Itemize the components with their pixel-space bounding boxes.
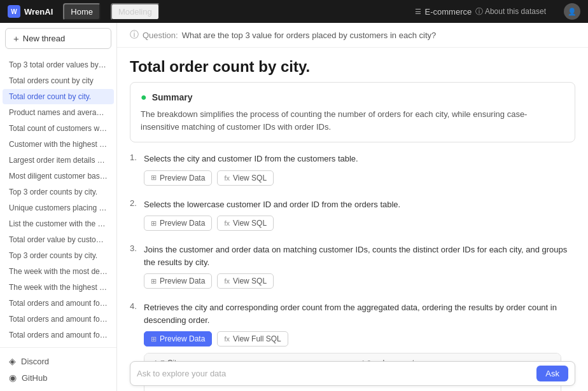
step-text-2: Selects the lowercase customer ID and or… xyxy=(144,198,400,211)
step-number-3: 3. xyxy=(130,244,140,253)
step-header-4: 4.Retrieves the city and corresponding o… xyxy=(130,301,575,326)
ask-input[interactable] xyxy=(137,369,531,378)
step-2-btn-0[interactable]: ⊞Preview Data xyxy=(144,216,212,231)
check-icon: ● xyxy=(141,92,147,103)
sidebar-item-3[interactable]: Product names and average price... xyxy=(3,105,114,120)
question-bar: ⓘ Question: What are the top 3 value for… xyxy=(117,23,588,48)
footer-icon-1: ◉ xyxy=(9,373,17,383)
step-header-2: 2.Selects the lowercase customer ID and … xyxy=(130,198,575,211)
sidebar-item-4[interactable]: Total count of customers who hav... xyxy=(3,121,114,136)
tab-home[interactable]: Home xyxy=(63,3,101,20)
new-thread-button[interactable]: + New thread xyxy=(5,28,111,49)
sidebar-item-9[interactable]: Unique customers placing orders ... xyxy=(3,200,114,216)
logo-icon: W xyxy=(8,5,20,18)
step-header-1: 1.Selects the city and customer ID from … xyxy=(130,153,575,165)
step-header-3: 3.Joins the customer and order data on m… xyxy=(130,244,575,268)
step-4-btn-0[interactable]: ⊞Preview Data xyxy=(144,331,212,346)
sidebar: + New thread Top 3 total order values by… xyxy=(0,23,117,391)
btn-icon: ⊞ xyxy=(151,335,157,343)
sidebar-footer-item-1[interactable]: ◉GitHub xyxy=(6,369,110,386)
main-content: ⓘ Question: What are the top 3 value for… xyxy=(117,23,588,391)
topnav: W WrenAI Home Modeling ☰ E-commerce ⓘ Ab… xyxy=(0,0,588,23)
sidebar-item-11[interactable]: Total order value by customer in e... xyxy=(3,232,114,247)
step-text-4: Retrieves the city and corresponding ord… xyxy=(144,301,575,326)
sidebar-item-5[interactable]: Customer with the highest total p... xyxy=(3,137,114,152)
steps-container: 1.Selects the city and customer ID from … xyxy=(117,153,588,391)
step-4-btn-1[interactable]: fxView Full SQL xyxy=(217,331,288,346)
step-actions-2: ⊞Preview DatafxView SQL xyxy=(144,216,575,231)
main-layout: + New thread Top 3 total order values by… xyxy=(0,23,588,391)
step-number-4: 4. xyxy=(130,301,140,311)
page-title: Total order count by city. xyxy=(117,48,588,82)
sidebar-item-14[interactable]: The week with the highest numbe... xyxy=(3,280,114,295)
sidebar-item-0[interactable]: Top 3 total order values by city an... xyxy=(3,57,114,72)
btn-icon: fx xyxy=(224,174,230,182)
footer-label-0: Discord xyxy=(21,357,49,366)
sidebar-item-2[interactable]: Total order count by city. xyxy=(3,89,114,104)
sidebar-item-17[interactable]: Total orders and amount for the pr... xyxy=(3,327,114,343)
new-thread-label: New thread xyxy=(23,34,65,43)
sidebar-item-7[interactable]: Most diligent customer based on t... xyxy=(3,168,114,184)
dataset-info: ☰ E-commerce ⓘ About this dataset xyxy=(415,6,546,17)
footer-label-1: GitHub xyxy=(22,373,47,383)
user-avatar[interactable]: 👤 xyxy=(564,3,580,20)
step-3-btn-1[interactable]: fxView SQL xyxy=(217,273,274,289)
summary-box: ● Summary The breakdown simplifies the p… xyxy=(130,82,575,142)
sidebar-item-6[interactable]: Largest order item details with rev... xyxy=(3,153,114,168)
step-actions-3: ⊞Preview DatafxView SQL xyxy=(144,273,575,289)
btn-icon: ⊞ xyxy=(151,174,157,182)
sidebar-item-8[interactable]: Top 3 order counts by city. xyxy=(3,184,114,200)
new-thread-section: + New thread xyxy=(5,28,111,49)
dataset-icon: ☰ xyxy=(415,8,421,16)
summary-text: The breakdown simplifies the process of … xyxy=(141,108,564,133)
step-number-2: 2. xyxy=(130,198,140,208)
step-1-btn-0[interactable]: ⊞Preview Data xyxy=(144,170,212,186)
logo-text: WrenAI xyxy=(24,7,53,17)
ask-button[interactable]: Ask xyxy=(536,366,568,381)
sidebar-footer-item-0[interactable]: ◈Discord xyxy=(6,353,110,369)
footer-icon-0: ◈ xyxy=(9,356,16,366)
step-1-btn-1[interactable]: fxView SQL xyxy=(217,170,274,186)
sidebar-item-10[interactable]: List the customer with the most or... xyxy=(3,216,114,231)
sidebar-item-1[interactable]: Total orders count by city xyxy=(3,73,114,88)
btn-icon: fx xyxy=(224,277,230,285)
logo: W WrenAI xyxy=(8,5,53,18)
step-3-btn-0[interactable]: ⊞Preview Data xyxy=(144,273,212,289)
step-text-1: Selects the city and customer ID from th… xyxy=(144,153,358,165)
step-number-1: 1. xyxy=(130,153,140,162)
sidebar-item-16[interactable]: Total orders and amount for the m... xyxy=(3,312,114,327)
question-label: Question: xyxy=(143,31,178,40)
btn-icon: fx xyxy=(224,219,230,227)
summary-header: ● Summary xyxy=(141,92,564,103)
question-icon: ⓘ xyxy=(130,29,139,41)
sidebar-item-12[interactable]: Top 3 order counts by city. xyxy=(3,248,114,263)
step-actions-1: ⊞Preview DatafxView SQL xyxy=(144,170,575,186)
sidebar-item-13[interactable]: The week with the most delivered ... xyxy=(3,264,114,279)
dataset-label[interactable]: E-commerce xyxy=(425,7,472,17)
summary-title: Summary xyxy=(152,92,193,102)
ask-bar: Ask xyxy=(130,361,575,386)
sidebar-list: Top 3 total order values by city an...To… xyxy=(0,54,116,347)
btn-icon: ⊞ xyxy=(151,277,157,285)
sidebar-footer: ◈Discord◉GitHub xyxy=(0,347,116,391)
tab-modeling[interactable]: Modeling xyxy=(111,3,160,20)
question-text: What are the top 3 value for orders plac… xyxy=(182,31,437,40)
step-1: 1.Selects the city and customer ID from … xyxy=(130,153,575,186)
plus-icon: + xyxy=(13,33,19,44)
btn-icon: fx xyxy=(224,335,230,343)
step-2-btn-1[interactable]: fxView SQL xyxy=(217,216,274,231)
step-text-3: Joins the customer and order data on mat… xyxy=(144,244,575,268)
about-dataset[interactable]: ⓘ About this dataset xyxy=(475,6,546,17)
step-3: 3.Joins the customer and order data on m… xyxy=(130,244,575,289)
step-actions-4: ⊞Preview DatafxView Full SQL xyxy=(144,331,575,346)
step-2: 2.Selects the lowercase customer ID and … xyxy=(130,198,575,231)
btn-icon: ⊞ xyxy=(151,219,157,228)
sidebar-item-15[interactable]: Total orders and amount for the m... xyxy=(3,296,114,311)
